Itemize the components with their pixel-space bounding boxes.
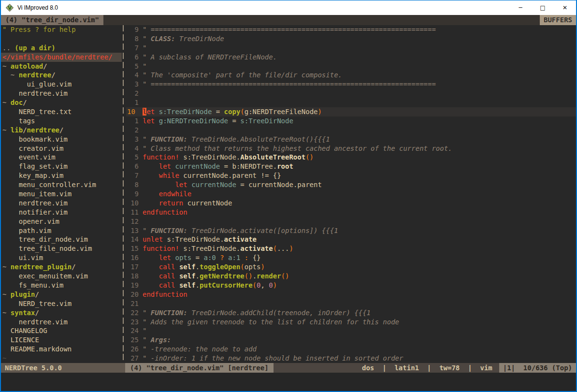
tree-item[interactable] [2,34,122,44]
code-token: ( [245,272,248,280]
code-line[interactable]: 8" CLASS: TreeDirNode [126,34,576,44]
code-line[interactable]: 21 [126,299,576,308]
code-line[interactable]: 11endfunction [126,208,576,217]
code-line[interactable]: 5function! s:TreeDirNode.AbsoluteTreeRoo… [126,153,576,162]
tree-item[interactable]: menu_controller.vim [2,180,122,189]
tree-item[interactable]: ~ nerdtree_plugin/ [2,262,122,272]
tree-item[interactable]: NERD_tree.txt [2,107,122,116]
code-token: nerdtree.vim [2,199,68,207]
tree-item[interactable]: tags [2,116,122,126]
code-line[interactable]: 10 return currentNode [126,199,576,208]
code-token [175,281,179,289]
code-line[interactable]: 6 let currentNode = b:NERDTree.root [126,162,576,171]
code-editor[interactable]: 9" =====================================… [125,25,576,363]
code-line[interactable]: 7 while currentNode.parent != {} [126,171,576,180]
tree-item[interactable]: ~ doc/ [2,98,122,107]
buffers-label[interactable]: BUFFERS [540,15,576,25]
code-line[interactable]: 17 call self.toggleOpen(opts) [126,262,576,272]
tree-item[interactable]: nerdtree.vim [2,318,122,327]
tree-item[interactable]: CHANGELOG [2,326,122,335]
line-number: 26 [126,345,139,354]
code-token: nerdtree.vim [2,318,68,326]
tree-item[interactable]: LICENCE [2,335,122,345]
tree-item[interactable]: NERD_tree.vim [2,299,122,308]
tree-item[interactable]: nerdtree.vim [2,89,122,98]
code-line[interactable]: 12 [126,217,576,226]
tree-item[interactable]: ~ nerdtree/ [2,71,122,80]
tree-item[interactable]: creator.vim [2,144,122,153]
code-line[interactable]: 1let g:NERDTreeDirNode = s:TreeDirNode [126,116,576,126]
tree-item[interactable]: fs_menu.vim [2,281,122,290]
code-line[interactable]: 24" [126,326,576,335]
tree-item[interactable]: " Press ? for help [2,25,122,34]
code-token: let [159,162,171,170]
window-title: Vi IMproved 8.0 [17,4,58,11]
tree-item[interactable]: .. (up a dir) [2,44,122,53]
tree-item[interactable]: ui.vim [2,253,122,262]
tree-item[interactable]: menu_item.vim [2,189,122,199]
code-token: " -inOrder: 1 if the new node should be … [143,354,403,362]
code-line[interactable]: 9 endwhile [126,189,576,199]
code-line[interactable]: 22" FUNCTION: TreeDirNode.addChild(treen… [126,308,576,318]
tree-item[interactable]: event.vim [2,153,122,162]
code-line[interactable]: 4" The 'composite' part of the file/dir … [126,71,576,80]
minimize-button[interactable]: ─ [509,0,532,15]
tree-item[interactable]: opener.vim [2,217,122,226]
code-line[interactable]: 20endfunction [126,290,576,299]
code-line[interactable]: 16 let opts = a:0 ? a:1 : {} [126,253,576,262]
tree-item[interactable]: key_map.vim [2,171,122,180]
code-line[interactable]: 14unlet s:TreeDirNode.activate [126,235,576,244]
tree-item[interactable]: flag_set.vim [2,162,122,171]
command-line[interactable] [1,373,576,391]
code-line[interactable]: 2 [126,126,576,135]
close-button[interactable]: ✕ [554,0,576,15]
tab-active-buffer[interactable]: (4) "tree_dir_node.vim" [1,15,103,25]
code-line-current[interactable]: 10let s:TreeDirNode = copy(g:NERDTreeFil… [126,107,576,116]
tree-item[interactable]: tree_dir_node.vim [2,235,122,244]
tree-item[interactable]: notifier.vim [2,208,122,217]
tree-item[interactable]: ~ lib/nerdtree/ [2,126,122,135]
code-token [216,254,220,261]
code-line[interactable]: 6" A subclass of NERDTreeFileNode. [126,53,576,62]
tree-item[interactable]: ~ [2,354,122,363]
code-line[interactable]: 13" FUNCTION: TreeDirNode.activate([opti… [126,226,576,235]
tree-item[interactable]: ~ autoload/ [2,62,122,71]
code-line[interactable]: 23" Adds the given treenode to the list … [126,318,576,327]
code-line[interactable]: 7" [126,44,576,53]
code-token: ~ [2,354,6,362]
window-split-separator[interactable] [122,25,125,363]
tree-item[interactable]: nerdtree.vim [2,199,122,208]
code-line[interactable]: 25" Args: [126,335,576,345]
line-number: 10 [126,199,139,208]
code-line[interactable]: 3" FUNCTION: TreeDirNode.AbsoluteTreeRoo… [126,135,576,144]
code-line[interactable]: 27" -inOrder: 1 if the new node should b… [126,354,576,363]
code-line[interactable]: 15function! s:TreeDirNode.activate(...) [126,244,576,253]
code-token: = [191,254,203,261]
code-token: " ======================================… [143,80,436,88]
tree-item-selected[interactable]: </vimfiles/bundle/nerdtree/ [1,53,122,62]
code-line[interactable]: 2 [126,89,576,98]
tree-item[interactable]: ui_glue.vim [2,80,122,89]
code-token: opts [245,263,261,271]
code-line[interactable]: 19 call self.putCursorHere(0, 0) [126,281,576,290]
code-token: lib [11,126,23,134]
tree-item[interactable]: bookmark.vim [2,135,122,144]
tree-item[interactable]: ~ plugin/ [2,290,122,299]
tree-item[interactable]: exec_menuitem.vim [2,272,122,281]
code-line[interactable]: 3" =====================================… [126,80,576,89]
code-line[interactable]: 4" Class method that returns the highest… [126,144,576,153]
code-line[interactable]: 9" =====================================… [126,25,576,34]
maximize-button[interactable]: □ [532,0,554,15]
line-number: 4 [126,144,139,153]
code-token: copy [224,108,241,116]
tree-item[interactable]: ~ syntax/ [2,308,122,318]
code-line[interactable]: 8 let currentNode = currentNode.parent [126,180,576,189]
tree-item[interactable]: README.markdown [2,345,122,354]
code-line[interactable]: 26" -treenode: the node to add [126,345,576,354]
code-line[interactable]: 18 call self.getNerdtree().render() [126,272,576,281]
code-line[interactable]: 1 [126,98,576,107]
tree-item[interactable]: tree_file_node.vim [2,244,122,253]
code-line[interactable]: 5" [126,62,576,71]
nerdtree-sidebar[interactable]: " Press ? for help.. (up a dir)</vimfile… [1,25,122,363]
tree-item[interactable]: path.vim [2,226,122,235]
